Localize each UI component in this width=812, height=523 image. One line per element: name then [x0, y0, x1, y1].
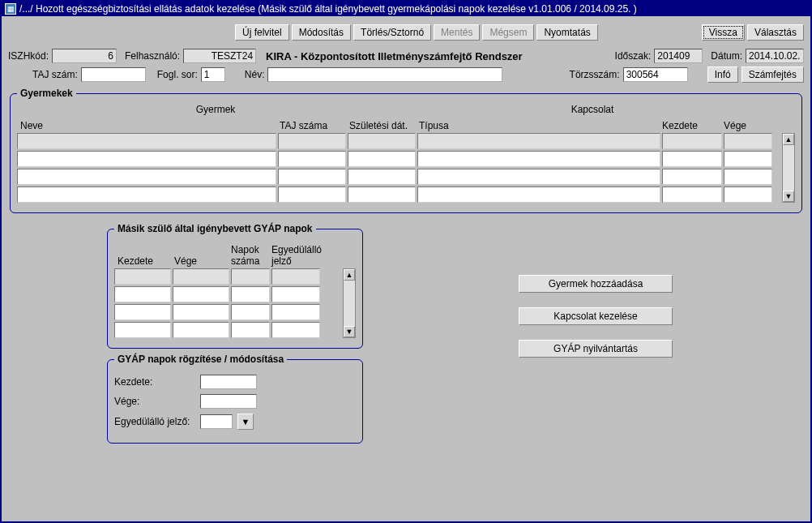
- foglsor-label: Fogl. sor:: [157, 69, 198, 80]
- col-vege: Vége: [720, 118, 771, 133]
- kezdete-input[interactable]: [200, 375, 257, 389]
- back-button[interactable]: Vissza: [702, 24, 745, 41]
- foglsor-field[interactable]: [201, 67, 225, 82]
- table-cell[interactable]: [662, 186, 722, 203]
- table-cell[interactable]: [114, 268, 171, 285]
- table-cell[interactable]: [17, 133, 276, 149]
- scroll-down-icon[interactable]: ▼: [344, 326, 355, 337]
- table-cell[interactable]: [724, 186, 772, 203]
- table-cell[interactable]: [173, 304, 229, 320]
- app-window: ▦ /.../ Hozott egészségbiztosítási ellát…: [0, 0, 812, 523]
- table-cell[interactable]: [231, 304, 270, 320]
- print-button[interactable]: Nyomtatás: [536, 24, 597, 41]
- new-button[interactable]: Új felvitel: [235, 24, 289, 41]
- felhasznalo-field[interactable]: [183, 49, 256, 63]
- col-szul: Születési dát.: [346, 118, 416, 133]
- gyap-scrollbar[interactable]: ▲ ▼: [343, 268, 356, 338]
- table-cell[interactable]: [348, 186, 416, 203]
- gyermekek-header: Neve TAJ száma Születési dát. Típusa Kez…: [17, 118, 795, 133]
- table-cell[interactable]: [417, 133, 660, 149]
- table-cell[interactable]: [348, 133, 416, 149]
- delete-storno-button[interactable]: Törlés/Sztornó: [353, 24, 431, 41]
- table-cell[interactable]: [271, 322, 320, 338]
- gyermekek-fieldset: Gyermekek Gyermek Kapcsolat Neve TAJ szá…: [10, 88, 802, 213]
- col-tipus: Típusa: [416, 118, 659, 133]
- group-kapcsolat: Kapcsolat: [414, 104, 771, 115]
- dropdown-icon[interactable]: ▼: [237, 414, 254, 430]
- table-cell[interactable]: [271, 268, 320, 285]
- col-taj: TAJ száma: [276, 118, 346, 133]
- gyap-rogz-legend: GYÁP napok rögzítése / módosítása: [114, 354, 287, 365]
- felhasznalo-label: Felhasználó:: [125, 50, 180, 62]
- table-cell[interactable]: [271, 286, 320, 302]
- select-button[interactable]: Választás: [747, 24, 804, 41]
- table-cell[interactable]: [417, 186, 660, 203]
- gyap-nyilvantartas-button[interactable]: GYÁP nyilvántartás: [519, 340, 673, 358]
- col-egyedul: Egyedülálló jelző: [268, 242, 325, 268]
- gyermekek-legend: Gyermekek: [17, 88, 76, 99]
- scroll-up-icon[interactable]: ▲: [783, 134, 794, 145]
- idoszak-field[interactable]: [654, 49, 703, 63]
- col-neve: Neve: [17, 118, 276, 133]
- table-cell[interactable]: [271, 304, 320, 320]
- table-cell[interactable]: [278, 133, 346, 149]
- szamfejtes-button[interactable]: Számfejtés: [741, 66, 804, 83]
- table-cell[interactable]: [231, 286, 270, 302]
- kapcsolat-kezelese-button[interactable]: Kapcsolat kezelése: [519, 307, 673, 325]
- table-cell[interactable]: [662, 169, 722, 185]
- table-cell[interactable]: [173, 286, 229, 302]
- vege-input[interactable]: [200, 394, 257, 409]
- table-cell[interactable]: [417, 169, 660, 185]
- app-title: KIRA - Központosított Illetményszámfejtő…: [266, 50, 523, 62]
- col-vege2: Vége: [171, 254, 228, 268]
- side-buttons: Gyermek hozzáadása Kapcsolat kezelése GY…: [519, 275, 673, 358]
- scroll-up-icon[interactable]: ▲: [344, 269, 355, 281]
- table-cell[interactable]: [348, 151, 416, 167]
- table-cell[interactable]: [17, 186, 276, 203]
- egyedul-label: Egyedülálló jelző:: [114, 416, 195, 427]
- table-cell[interactable]: [231, 322, 270, 338]
- table-cell[interactable]: [417, 151, 660, 167]
- table-cell[interactable]: [278, 151, 346, 167]
- table-cell[interactable]: [173, 268, 229, 285]
- vege-label: Vége:: [114, 396, 195, 407]
- gyermekek-scrollbar[interactable]: ▲ ▼: [782, 133, 795, 203]
- nev-field[interactable]: [267, 67, 502, 82]
- taj-label: TAJ szám:: [32, 69, 78, 80]
- egyedul-input[interactable]: [200, 414, 233, 429]
- table-cell[interactable]: [724, 133, 772, 149]
- gyap-napok-legend: Másik szülő által igénybevett GYÁP napok: [114, 223, 316, 234]
- titlebar: ▦ /.../ Hozott egészségbiztosítási ellát…: [2, 2, 810, 16]
- modify-button[interactable]: Módosítás: [292, 24, 351, 41]
- table-cell[interactable]: [662, 151, 722, 167]
- gyap-rogzites-fieldset: GYÁP napok rögzítése / módosítása Kezdet…: [107, 354, 363, 444]
- col-kezdete: Kezdete: [659, 118, 720, 133]
- table-cell[interactable]: [173, 322, 229, 338]
- save-button[interactable]: Mentés: [434, 24, 480, 41]
- table-cell[interactable]: [114, 322, 171, 338]
- table-cell[interactable]: [231, 268, 270, 285]
- torzsszam-field[interactable]: [623, 67, 688, 82]
- window-title: /.../ Hozott egészségbiztosítási ellátás…: [19, 3, 637, 15]
- table-cell[interactable]: [278, 169, 346, 185]
- nev-label: Név:: [245, 69, 265, 80]
- table-cell[interactable]: [348, 169, 416, 185]
- info-button[interactable]: Infó: [707, 66, 738, 83]
- table-cell[interactable]: [724, 169, 772, 185]
- iszhkod-field[interactable]: [52, 49, 117, 63]
- gyap-napok-fieldset: Másik szülő által igénybevett GYÁP napok…: [107, 223, 363, 349]
- table-cell[interactable]: [17, 151, 276, 167]
- table-cell[interactable]: [114, 304, 171, 320]
- table-cell[interactable]: [17, 169, 276, 185]
- datum-field[interactable]: [746, 49, 804, 63]
- table-cell[interactable]: [114, 286, 171, 302]
- gyermek-hozzaadasa-button[interactable]: Gyermek hozzáadása: [519, 275, 673, 293]
- cancel-button[interactable]: Mégsem: [482, 24, 534, 41]
- scroll-down-icon[interactable]: ▼: [783, 191, 794, 202]
- main-toolbar: Új felvitel Módosítás Törlés/Sztornó Men…: [8, 24, 804, 41]
- taj-field[interactable]: [81, 67, 146, 82]
- col-napok: Napok száma: [228, 242, 268, 268]
- table-cell[interactable]: [724, 151, 772, 167]
- table-cell[interactable]: [278, 186, 346, 203]
- table-cell[interactable]: [662, 133, 722, 149]
